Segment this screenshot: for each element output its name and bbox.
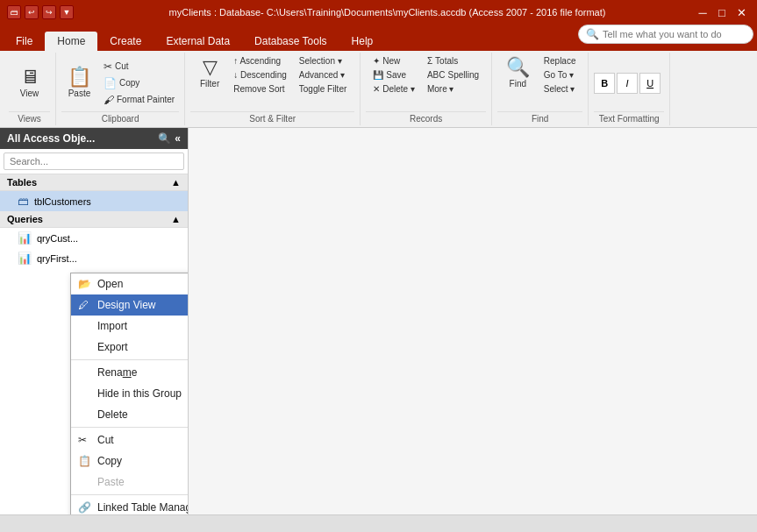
cut-button[interactable]: ✂ Cut xyxy=(99,59,179,74)
sidebar-header: All Access Obje... 🔍 « xyxy=(0,128,188,149)
open-icon: 📂 xyxy=(78,278,91,290)
delete-icon: ✕ xyxy=(373,84,380,94)
spelling-button[interactable]: ABC Spelling xyxy=(423,68,483,82)
selection-label: Selection ▾ xyxy=(299,56,342,66)
context-menu: 📂 Open 🖊 Design View Import Export ▶ Ren… xyxy=(70,273,189,514)
go-to-button[interactable]: Go To ▾ xyxy=(539,68,581,82)
sidebar-item-label: tblCustomers xyxy=(34,196,91,207)
sidebar-search-input[interactable] xyxy=(4,153,184,170)
sidebar-item-tblcustomers[interactable]: 🗃 tblCustomers xyxy=(0,191,188,211)
views-group-content: 🖥 View xyxy=(14,54,46,111)
selection-button[interactable]: Selection ▾ xyxy=(295,54,351,67)
undo-icon[interactable]: ↩ xyxy=(25,5,39,19)
context-design-view[interactable]: 🖊 Design View xyxy=(71,294,189,316)
totals-button[interactable]: Σ Totals xyxy=(423,54,483,67)
bold-button[interactable]: B xyxy=(594,73,615,94)
view-icon: 🖥 xyxy=(20,67,39,87)
new-button[interactable]: ✦ New xyxy=(368,54,419,67)
sort-filter-content: ▽ Filter ↑ Ascending ↓ Descending Remove… xyxy=(194,54,351,111)
remove-sort-button[interactable]: Remove Sort xyxy=(229,82,291,96)
filter-col: Selection ▾ Advanced ▾ Toggle Filter xyxy=(295,54,351,96)
title-bar: 🗃 ↩ ↪ ▼ myClients : Database- C:\Users\T… xyxy=(0,0,757,25)
context-separator-3 xyxy=(71,494,189,495)
context-open[interactable]: 📂 Open xyxy=(71,273,189,294)
context-rename[interactable]: Rename xyxy=(71,362,189,383)
clipboard-group-content: 📋 Paste ✂ Cut 📄 Copy 🖌 Format Painter xyxy=(61,54,179,111)
sidebar-search[interactable]: 🔍 xyxy=(0,149,188,174)
tables-label: Tables xyxy=(7,177,37,188)
more-button[interactable]: More ▾ xyxy=(423,82,483,96)
filter-icon: ▽ xyxy=(203,58,218,77)
context-import[interactable]: Import xyxy=(71,316,189,337)
queries-label: Queries xyxy=(7,214,43,224)
find-col: Replace Go To ▾ Select ▾ xyxy=(539,54,581,96)
sidebar-search-icon[interactable]: 🔍 xyxy=(158,132,171,145)
paste-button[interactable]: 📋 Paste xyxy=(61,64,97,102)
clipboard-small-buttons: ✂ Cut 📄 Copy 🖌 Format Painter xyxy=(99,59,179,108)
ascending-button[interactable]: ↑ Ascending xyxy=(229,54,291,67)
minimize-button[interactable]: ─ xyxy=(694,4,711,20)
replace-button[interactable]: Replace xyxy=(539,54,581,67)
view-button[interactable]: 🖥 View xyxy=(14,64,46,102)
tab-home[interactable]: Home xyxy=(45,32,97,51)
find-content: 🔍 Find Replace Go To ▾ Select ▾ xyxy=(500,54,581,111)
queries-section-header: Queries ▲ xyxy=(0,211,188,228)
select-button[interactable]: Select ▾ xyxy=(539,82,581,96)
context-hide-group[interactable]: Hide in this Group xyxy=(71,383,189,404)
find-button[interactable]: 🔍 Find xyxy=(500,54,536,92)
sidebar-header-icons: 🔍 « xyxy=(158,132,181,145)
tab-external-data[interactable]: External Data xyxy=(154,32,242,51)
underline-button[interactable]: U xyxy=(639,73,661,94)
title-bar-controls: ─ □ ✕ xyxy=(694,4,750,20)
sidebar: All Access Obje... 🔍 « 🔍 Tables ▲ 🗃 tblC… xyxy=(0,128,189,514)
context-copy[interactable]: 📋 Copy xyxy=(71,450,189,472)
delete-button[interactable]: ✕ Delete ▾ xyxy=(368,82,419,96)
copy-ctx-icon: 📋 xyxy=(78,455,91,467)
app-icon: 🗃 xyxy=(7,5,21,19)
ribbon-search-input[interactable] xyxy=(603,29,746,39)
find-group-label: Find xyxy=(497,111,582,124)
tab-database-tools[interactable]: Database Tools xyxy=(242,32,339,51)
tab-help[interactable]: Help xyxy=(339,32,386,51)
italic-button[interactable]: I xyxy=(617,73,638,94)
ribbon-search-bar[interactable]: 🔍 xyxy=(578,25,753,44)
context-export[interactable]: Export ▶ xyxy=(71,337,189,358)
main-content xyxy=(189,128,757,514)
toggle-filter-label: Toggle Filter xyxy=(299,84,346,94)
sidebar-collapse-icon[interactable]: « xyxy=(175,132,181,145)
context-separator-1 xyxy=(71,359,189,360)
records-col1: ✦ New 💾 Save ✕ Delete ▾ xyxy=(368,54,419,96)
sort-filter-group: ▽ Filter ↑ Ascending ↓ Descending Remove… xyxy=(185,53,361,125)
queries-collapse-icon[interactable]: ▲ xyxy=(171,214,181,224)
find-icon: 🔍 xyxy=(506,58,530,77)
context-delete[interactable]: Delete xyxy=(71,404,189,425)
copy-icon: 📄 xyxy=(104,77,117,89)
copy-button[interactable]: 📄 Copy xyxy=(99,75,179,91)
sidebar-item-qrycust[interactable]: 📊 qryCust... xyxy=(0,228,188,248)
format-painter-button[interactable]: 🖌 Format Painter xyxy=(99,92,179,108)
quick-access-icon[interactable]: ▼ xyxy=(60,5,74,19)
ribbon-tabs: File Home Create External Data Database … xyxy=(0,25,757,51)
clipboard-group: 📋 Paste ✂ Cut 📄 Copy 🖌 Format Painter Cl… xyxy=(56,53,185,125)
new-label: New xyxy=(382,56,400,66)
tab-file[interactable]: File xyxy=(4,32,45,51)
context-cut[interactable]: ✂ Cut xyxy=(71,429,189,450)
descending-button[interactable]: ↓ Descending xyxy=(229,68,291,82)
maximize-button[interactable]: □ xyxy=(713,4,731,20)
advanced-button[interactable]: Advanced ▾ xyxy=(295,68,351,82)
body-layout: All Access Obje... 🔍 « 🔍 Tables ▲ 🗃 tblC… xyxy=(0,128,757,514)
close-button[interactable]: ✕ xyxy=(732,4,750,20)
redo-icon[interactable]: ↪ xyxy=(42,5,56,19)
cut-label: Cut xyxy=(115,61,129,71)
format-painter-icon: 🖌 xyxy=(104,94,114,106)
tab-create[interactable]: Create xyxy=(97,32,154,51)
sidebar-item-qryfirst[interactable]: 📊 qryFirst... xyxy=(0,248,188,268)
toggle-filter-button[interactable]: Toggle Filter xyxy=(295,82,351,96)
save-button[interactable]: 💾 Save xyxy=(368,68,419,82)
context-linked-table-manager[interactable]: 🔗 Linked Table Manager xyxy=(71,497,189,514)
filter-button[interactable]: ▽ Filter xyxy=(194,54,225,92)
advanced-label: Advanced ▾ xyxy=(299,70,345,80)
cut-icon: ✂ xyxy=(104,60,112,73)
tables-collapse-icon[interactable]: ▲ xyxy=(171,177,181,188)
spelling-icon: ABC xyxy=(427,70,446,80)
